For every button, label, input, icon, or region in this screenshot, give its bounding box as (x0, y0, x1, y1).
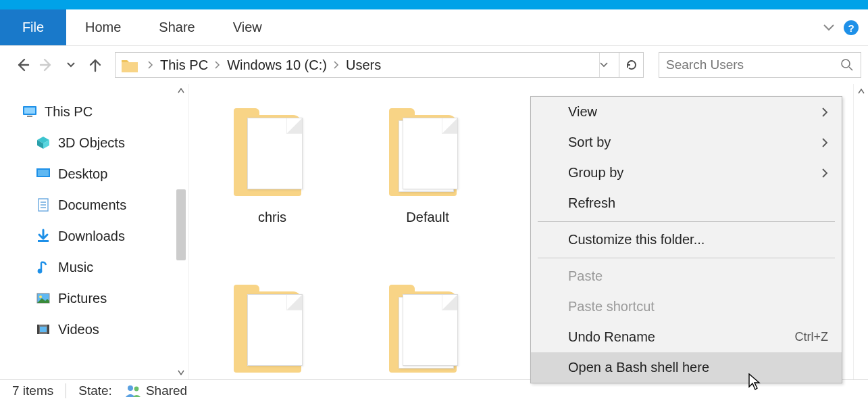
ctx-label: Sort by (568, 135, 611, 150)
svg-rect-2 (24, 108, 35, 114)
separator (66, 383, 66, 398)
context-menu: View Sort by Group by Refresh Customize … (530, 96, 842, 383)
folder-item[interactable]: Default (377, 103, 478, 225)
folder-label: Default (406, 210, 449, 225)
refresh-button[interactable] (619, 53, 643, 77)
sidebar-item-desktop[interactable]: Desktop (22, 158, 188, 189)
ctx-label: Undo Rename (568, 329, 655, 345)
recent-locations-button[interactable] (62, 56, 80, 74)
chevron-right-icon[interactable] (211, 61, 224, 69)
sidebar-item-this-pc[interactable]: This PC (22, 96, 188, 127)
sidebar-label: Music (58, 260, 93, 275)
search-input[interactable] (666, 57, 840, 72)
sidebar-item-3d-objects[interactable]: 3D Objects (22, 127, 188, 158)
ctx-label: Paste shortcut (568, 299, 655, 314)
state-label: State: (78, 383, 112, 398)
folder-item[interactable] (377, 279, 478, 381)
cube-icon (35, 135, 51, 151)
ribbon-tab-home[interactable]: Home (66, 9, 140, 45)
documents-icon (35, 197, 51, 213)
ctx-refresh[interactable]: Refresh (531, 188, 842, 218)
file-tab[interactable]: File (0, 9, 66, 45)
sidebar-label: 3D Objects (58, 135, 125, 151)
svg-point-10 (39, 296, 42, 298)
scroll-up-icon[interactable] (178, 88, 184, 93)
help-icon[interactable]: ? (844, 20, 859, 35)
forward-button[interactable] (38, 56, 55, 74)
svg-point-8 (38, 269, 43, 274)
ribbon-tab-share[interactable]: Share (140, 9, 213, 45)
ctx-separator (538, 221, 835, 222)
svg-rect-12 (37, 325, 39, 334)
ctx-paste-shortcut: Paste shortcut (531, 291, 842, 322)
breadcrumb-drive[interactable]: Windows 10 (C:) (224, 53, 330, 77)
folder-item[interactable] (222, 279, 323, 381)
ctx-group-by[interactable]: Group by (531, 158, 842, 188)
svg-point-0 (842, 60, 850, 68)
svg-rect-3 (27, 116, 32, 117)
ctx-label: Open a Bash shell here (568, 360, 709, 375)
folder-icon (384, 279, 471, 381)
videos-icon (35, 321, 51, 337)
sidebar-item-documents[interactable]: Documents (22, 189, 188, 220)
ctx-paste: Paste (531, 261, 842, 291)
up-button[interactable] (86, 56, 104, 74)
sidebar-label: This PC (45, 104, 93, 120)
ctx-undo-rename[interactable]: Undo Rename Ctrl+Z (531, 322, 842, 352)
svg-rect-14 (40, 327, 47, 332)
ctx-label: Customize this folder... (568, 232, 705, 247)
ctx-shortcut: Ctrl+Z (795, 330, 829, 344)
ctx-label: Refresh (568, 195, 615, 211)
chevron-right-icon (821, 108, 828, 117)
sidebar-item-downloads[interactable]: Downloads (22, 220, 188, 252)
svg-point-16 (134, 386, 139, 391)
ctx-label: View (568, 104, 597, 120)
ctx-label: Paste (568, 268, 603, 284)
breadcrumb-folder[interactable]: Users (343, 53, 384, 77)
breadcrumb-this-pc[interactable]: This PC (157, 53, 211, 77)
pictures-icon (35, 290, 51, 306)
ctx-sort-by[interactable]: Sort by (531, 127, 842, 158)
folder-icon (228, 279, 316, 381)
address-bar[interactable]: This PC Windows 10 (C:) Users (115, 52, 644, 78)
ribbon-tab-view[interactable]: View (214, 9, 281, 45)
item-count: 7 items (12, 383, 53, 398)
navigation-pane: This PC 3D Objects Desktop Documents Dow… (0, 84, 189, 379)
download-icon (35, 228, 51, 244)
folder-label: chris (258, 210, 286, 225)
chevron-right-icon (821, 138, 828, 147)
sidebar-label: Documents (58, 197, 126, 213)
chevron-right-icon[interactable] (330, 61, 343, 69)
folder-item[interactable]: chris (222, 103, 323, 225)
ribbon: File Home Share View ? (0, 9, 868, 46)
sidebar-label: Downloads (58, 229, 125, 244)
desktop-icon (35, 166, 51, 182)
address-history-dropdown[interactable] (600, 62, 619, 68)
content-scrollbar[interactable] (853, 84, 868, 379)
sidebar-item-videos[interactable]: Videos (22, 314, 188, 345)
sidebar-label: Videos (58, 322, 99, 337)
ctx-customize-folder[interactable]: Customize this folder... (531, 225, 842, 255)
ribbon-expand-icon[interactable] (823, 24, 834, 31)
sidebar-item-pictures[interactable]: Pictures (22, 283, 188, 314)
folder-icon (120, 55, 140, 75)
music-icon (35, 259, 51, 275)
scrollbar-thumb[interactable] (176, 189, 186, 260)
svg-point-15 (128, 385, 133, 391)
computer-icon (22, 103, 38, 120)
scroll-down-icon[interactable] (178, 370, 184, 375)
scroll-up-icon[interactable] (854, 84, 868, 99)
search-icon[interactable] (840, 58, 854, 72)
ctx-label: Group by (568, 165, 623, 181)
chevron-right-icon[interactable] (144, 61, 157, 69)
ctx-view[interactable]: View (531, 97, 842, 127)
search-box[interactable] (659, 52, 861, 78)
svg-rect-7 (38, 240, 49, 242)
back-button[interactable] (14, 56, 31, 74)
shared-icon (124, 384, 143, 398)
ctx-separator (538, 258, 835, 258)
ctx-open-bash-shell[interactable]: Open a Bash shell here (531, 352, 842, 383)
sidebar-item-music[interactable]: Music (22, 252, 188, 283)
chevron-right-icon (821, 168, 828, 178)
sidebar-scrollbar[interactable] (174, 88, 188, 375)
